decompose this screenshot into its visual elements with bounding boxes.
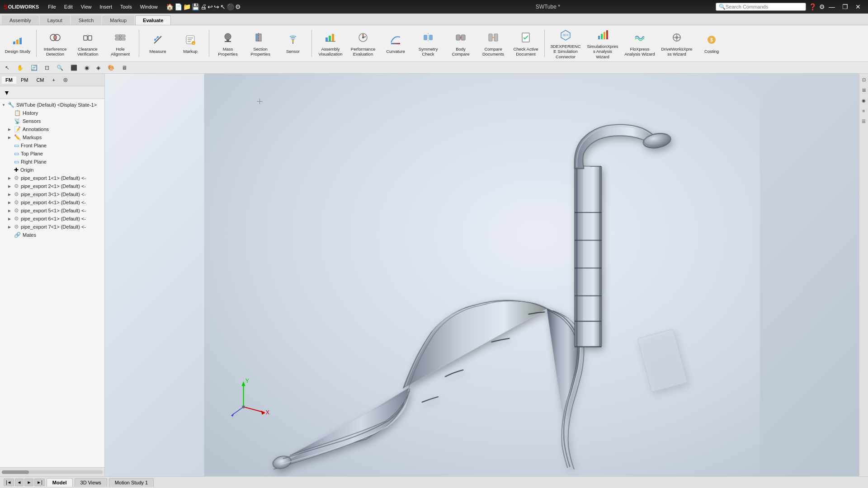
tree-item-origin[interactable]: ✚ Origin [0, 166, 104, 174]
panel-tab-feature-manager[interactable]: FM [2, 76, 16, 84]
tree-item-pipe3[interactable]: ▶ ⚙ pipe_export 3<1> (Default) <- [0, 190, 104, 198]
curvature-button[interactable]: Curvature [380, 27, 411, 60]
tab-markup[interactable]: Markup [102, 15, 134, 25]
check-active-document-button[interactable]: Check Active Document [510, 27, 542, 60]
nav-next[interactable]: ► [24, 479, 33, 486]
tab-model[interactable]: Model [47, 478, 73, 487]
quick-access-save[interactable]: 💾 [192, 3, 199, 10]
menu-insert[interactable]: Insert [96, 3, 116, 10]
sensor-button[interactable]: Sensor [277, 27, 309, 60]
quick-access-cursor[interactable]: ↖ [220, 3, 226, 10]
section-properties-button[interactable]: Section Properties [245, 27, 276, 60]
panel-tab-extra[interactable]: ◎ [60, 76, 71, 84]
document-title: SWTube * [380, 4, 716, 10]
menu-window[interactable]: Window [137, 3, 161, 10]
panel-scroll-bar[interactable] [0, 467, 104, 476]
quick-access-dot[interactable]: ⚫ [226, 3, 234, 10]
right-btn-4[interactable]: ≡ [862, 107, 866, 115]
right-btn-3[interactable]: ◉ [861, 96, 867, 105]
tree-root[interactable]: ▼ 🔧 SWTube (Default) <Display State-1> [0, 101, 104, 109]
view-btn-appearance[interactable]: 🎨 [104, 63, 118, 72]
quick-access-print[interactable]: 🖨 [200, 3, 207, 10]
tree-item-pipe4[interactable]: ▶ ⚙ pipe_export 4<1> (Default) <- [0, 198, 104, 206]
view-btn-zoom[interactable]: 🔍 [53, 63, 66, 72]
hole-alignment-button[interactable]: Hole Alignment [104, 27, 136, 60]
quick-access-new[interactable]: 📄 [175, 3, 182, 10]
menu-edit[interactable]: Edit [61, 3, 76, 10]
driveworksxpress-button[interactable]: DriveWorksXpress Wizard [659, 27, 695, 60]
tree-item-front-plane[interactable]: ▭ Front Plane [0, 141, 104, 150]
panel-tab-property-manager[interactable]: PM [17, 76, 32, 84]
interference-detection-button[interactable]: Interference Detection [39, 27, 71, 60]
view-btn-zoom-fit[interactable]: ⊡ [42, 63, 52, 72]
tree-item-annotations[interactable]: ▶ 📝 Annotations [0, 125, 104, 133]
body-compare-button[interactable]: ≠ Body Compare [445, 27, 476, 60]
view-btn-render[interactable]: 🖥 [118, 63, 130, 72]
simulationxpress-button[interactable]: SimulationXpress Analysis Wizard [585, 27, 621, 60]
quick-access-gear[interactable]: ⚙ [235, 3, 241, 10]
tab-sketch[interactable]: Sketch [71, 15, 102, 25]
view-btn-section[interactable]: ⬛ [67, 63, 80, 72]
tab-assembly[interactable]: Assembly [2, 15, 39, 25]
help-icon[interactable]: ❓ [809, 3, 816, 10]
right-btn-1[interactable]: ⊡ [861, 75, 867, 84]
menu-view[interactable]: View [77, 3, 95, 10]
view-btn-rotate[interactable]: 🔄 [28, 63, 41, 72]
tree-item-top-plane[interactable]: ▭ Top Plane [0, 150, 104, 158]
tree-item-pipe6[interactable]: ▶ ⚙ pipe_export 6<1> (Default) <- [0, 215, 104, 223]
tree-item-mates[interactable]: 🔗 Mates [0, 231, 104, 239]
quick-access-undo[interactable]: ↩ [208, 3, 213, 10]
tab-evaluate[interactable]: Evaluate [135, 15, 171, 25]
tab-3d-views[interactable]: 3D Views [75, 478, 107, 487]
view-btn-display[interactable]: ◉ [81, 63, 92, 72]
panel-tab-dxf[interactable]: + [49, 76, 59, 84]
view-btn-select[interactable]: ↖ [2, 63, 13, 72]
panel-tab-configuration-manager[interactable]: CM [33, 76, 47, 84]
tree-item-pipe1[interactable]: ▶ ⚙ pipe_export 1<1> (Default) <- [0, 174, 104, 182]
measure-button[interactable]: Measure [142, 27, 174, 60]
tree-item-pipe7[interactable]: ▶ ⚙ pipe_export 7<1> (Default) <- [0, 223, 104, 231]
tree-item-history[interactable]: 📋 History [0, 109, 104, 117]
close-button[interactable]: ✕ [852, 3, 864, 10]
compare-documents-button[interactable]: Compare Documents [477, 27, 509, 60]
tree-item-markups[interactable]: ▶ ✏️ Markups [0, 133, 104, 141]
quick-access-open[interactable]: 📁 [183, 3, 191, 10]
performance-evaluation-button[interactable]: Performance Evaluation [347, 27, 379, 60]
settings-icon[interactable]: ⚙ [819, 3, 825, 10]
tree-item-sensors[interactable]: 📡 Sensors [0, 117, 104, 125]
tree-item-pipe5[interactable]: ▶ ⚙ pipe_export 5<1> (Default) <- [0, 206, 104, 215]
design-study-button[interactable]: Design Study [2, 27, 33, 60]
quick-access-home[interactable]: 🏠 [166, 3, 174, 10]
symmetry-check-button[interactable]: Symmetry Check [412, 27, 444, 60]
tree-pipe1-arrow: ▶ [8, 176, 13, 180]
viewport[interactable]: Y X [105, 74, 859, 476]
restore-button[interactable]: ❐ [839, 3, 852, 10]
nav-last[interactable]: ►| [34, 479, 45, 486]
3dexperience-button[interactable]: 3DX 3DEXPERIENCE Simulation Connector [547, 27, 584, 60]
nav-first[interactable]: |◄ [4, 479, 14, 486]
search-bar[interactable]: 🔍 [716, 3, 806, 11]
tab-layout[interactable]: Layout [40, 15, 70, 25]
view-btn-pan[interactable]: ✋ [14, 63, 27, 72]
assembly-visualization-button[interactable]: Assembly Visualization [315, 27, 346, 60]
clearance-verification-button[interactable]: ↔ Clearance Verification [72, 27, 104, 60]
nav-prev[interactable]: ◄ [15, 479, 24, 486]
panel-icon-filter[interactable]: ▼ [2, 88, 12, 97]
quick-access-redo[interactable]: ↪ [214, 3, 219, 10]
tab-motion-study-1[interactable]: Motion Study 1 [109, 478, 154, 487]
right-btn-5[interactable]: ☰ [861, 117, 867, 126]
costing-button[interactable]: $ Costing [696, 27, 727, 60]
menu-file[interactable]: File [44, 3, 60, 10]
right-btn-2[interactable]: ⊞ [861, 86, 867, 94]
svg-rect-42 [424, 35, 427, 40]
minimize-button[interactable]: — [825, 3, 839, 10]
mass-properties-button[interactable]: Mass Properties [212, 27, 244, 60]
tree-item-right-plane[interactable]: ▭ Right Plane [0, 158, 104, 166]
markup-button[interactable]: ✏ Markup [175, 27, 206, 60]
floexpress-button[interactable]: FloXpress Analysis Wizard [622, 27, 658, 60]
view-btn-hidden[interactable]: ◈ [93, 63, 104, 72]
search-input[interactable] [726, 4, 798, 9]
tree-annotations-icon: 📝 [14, 126, 21, 132]
tree-item-pipe2[interactable]: ▶ ⚙ pipe_export 2<1> (Default) <- [0, 182, 104, 190]
menu-tools[interactable]: Tools [117, 3, 136, 10]
